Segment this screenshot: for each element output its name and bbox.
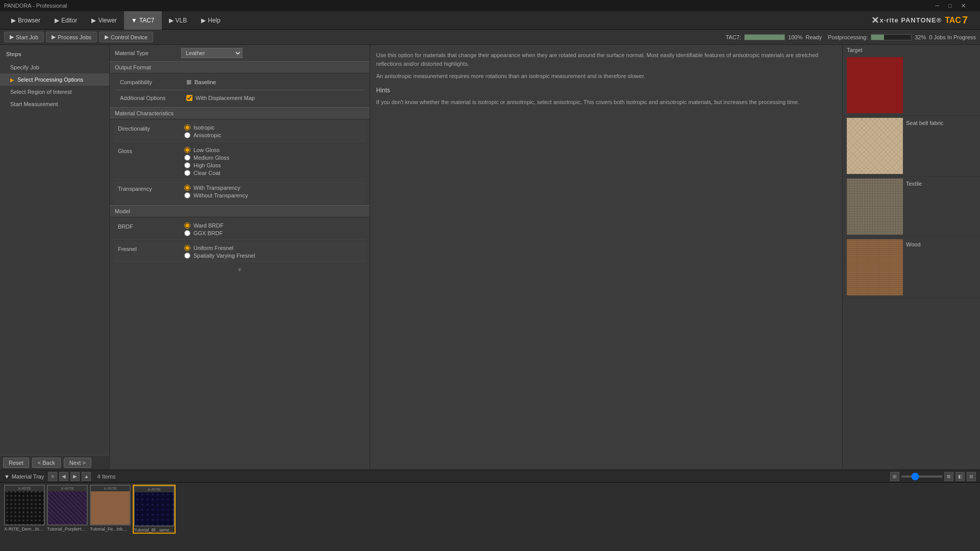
steps-panel: Steps Specify Job ▶ Select Processing Op… xyxy=(0,45,110,469)
preview-wood-name: Wood xyxy=(906,239,921,247)
displacement-map-checkbox[interactable] xyxy=(186,95,192,101)
material-type-label: Material Type xyxy=(115,50,181,56)
step-start-measurement-label: Start Measurement xyxy=(10,101,58,107)
tray-item-3[interactable]: X-RITE Tutorial_Fe...inkGreyKnit xyxy=(90,485,131,532)
tac-percent: 100% xyxy=(788,34,802,40)
step-active-arrow: ▶ xyxy=(10,77,14,83)
control-device-button[interactable]: ▶ Control Device xyxy=(99,32,153,42)
tray-view-btn-1[interactable]: ⊞ xyxy=(890,472,899,481)
preview-seatbelt-fabric[interactable]: Seat belt fabric xyxy=(843,116,980,177)
low-gloss-label: Low Gloss xyxy=(193,147,219,153)
uniform-fresnel-radio[interactable] xyxy=(184,245,190,251)
back-button[interactable]: < Back xyxy=(32,458,61,468)
tray-thumb-4: X-RITE xyxy=(134,486,175,527)
nav-browser[interactable]: ▶ Browser xyxy=(4,11,47,30)
tray-item-4[interactable]: X-RITE Tutorial_Bl...iamondVinyl xyxy=(133,485,176,534)
close-btn[interactable]: ✕ xyxy=(961,3,966,9)
tray-view-btn-4[interactable]: ⊞ xyxy=(967,472,976,481)
directionality-label: Directionality xyxy=(118,124,184,132)
ggx-brdf-radio[interactable] xyxy=(184,230,190,236)
tray-thumb-3: X-RITE xyxy=(90,485,131,525)
material-type-select[interactable]: Leather Fabric Plastic Metal Wood xyxy=(181,48,242,58)
brdf-label: BRDF xyxy=(118,222,184,230)
clear-coat-option: Clear Coat xyxy=(184,170,229,176)
tray-item-2[interactable]: X-RITE Tutorial_PurpleHempKnit xyxy=(47,485,88,532)
nav-tac7-icon: ▼ xyxy=(131,17,137,24)
preview-textile[interactable]: Textile xyxy=(843,177,980,237)
tray-view-btn-2[interactable]: ⊠ xyxy=(944,472,953,481)
preview-wood[interactable]: Wood xyxy=(843,237,980,298)
nav-viewer[interactable]: ▶ Viewer xyxy=(84,11,124,30)
step-start-measurement[interactable]: Start Measurement xyxy=(0,98,109,110)
tray-up-btn[interactable]: ▲ xyxy=(82,472,91,481)
preview-red-fabric[interactable] xyxy=(843,55,980,116)
transparency-label: Transparency xyxy=(118,185,184,192)
preview-wood-thumb xyxy=(847,239,903,295)
high-gloss-radio[interactable] xyxy=(184,162,190,168)
tac-progress-bar xyxy=(744,34,785,40)
preview-beige-thumb xyxy=(847,118,903,174)
low-gloss-radio[interactable] xyxy=(184,147,190,153)
main-toolbar: ▶ Start Job ▶ Process Jobs ▶ Control Dev… xyxy=(0,30,980,45)
hints-hint-text: If you don't know whether the material i… xyxy=(376,98,836,107)
spatially-varying-fresnel-radio[interactable] xyxy=(184,253,190,259)
nav-viewer-label: Viewer xyxy=(98,17,116,24)
nav-vlb[interactable]: ▶ VLB xyxy=(162,11,194,30)
reset-button[interactable]: Reset xyxy=(3,458,29,468)
without-transparency-radio[interactable] xyxy=(184,192,190,198)
step-specify-job[interactable]: Specify Job xyxy=(0,61,109,73)
isotropic-radio[interactable] xyxy=(184,124,190,131)
ward-brdf-radio[interactable] xyxy=(184,222,190,229)
step-select-region-label: Select Region of Interest xyxy=(10,89,71,95)
hints-section-title: Hints xyxy=(376,87,836,94)
step-select-processing[interactable]: ▶ Select Processing Options xyxy=(0,73,109,86)
with-transparency-radio[interactable] xyxy=(184,185,190,191)
nav-viewer-icon: ▶ xyxy=(91,17,96,24)
nav-editor-label: Editor xyxy=(61,17,77,24)
process-jobs-icon: ▶ xyxy=(52,34,56,40)
nav-tac7[interactable]: ▼ TAC7 xyxy=(124,11,162,30)
clear-coat-radio[interactable] xyxy=(184,170,190,176)
tray-badge-4: X-RITE xyxy=(135,487,174,492)
tray-next-btn[interactable]: ▶ xyxy=(70,472,80,481)
preview-textile-thumb xyxy=(847,179,903,235)
material-type-row: Material Type Leather Fabric Plastic Met… xyxy=(110,45,370,60)
nav-tac7-label: TAC7 xyxy=(139,17,155,24)
tray-view-btn-3[interactable]: ◧ xyxy=(955,472,965,481)
anisotropic-option: Anisotropic xyxy=(184,132,221,138)
nav-help[interactable]: ▶ Help xyxy=(194,11,228,30)
anisotropic-label: Anisotropic xyxy=(193,132,221,138)
tray-prev-btn[interactable]: ◀ xyxy=(59,472,68,481)
material-tray: ▼ Material Tray ≡ ◀ ▶ ▲ 4 Items ⊞ ⊠ ◧ ⊞ … xyxy=(0,469,980,551)
medium-gloss-radio[interactable] xyxy=(184,155,190,161)
start-job-button[interactable]: ▶ Start Job xyxy=(4,32,44,42)
tray-item-1[interactable]: X-RITE X-RITE_Dem...bic_SLGold xyxy=(4,485,45,532)
tac-progress-fill xyxy=(745,35,785,40)
isotropic-label: Isotropic xyxy=(193,124,215,131)
anisotropic-radio[interactable] xyxy=(184,132,190,138)
high-gloss-option: High Gloss xyxy=(184,162,229,168)
isotropic-option: Isotropic xyxy=(184,124,221,131)
tray-zoom-slider[interactable] xyxy=(901,475,942,478)
ward-brdf-option: Ward BRDF xyxy=(184,222,224,229)
spatially-varying-fresnel-label: Spatially Varying Fresnel xyxy=(193,253,255,259)
compatibility-value: Baseline xyxy=(194,79,216,85)
gloss-radios: Low Gloss Medium Gloss High Gloss Clear … xyxy=(184,147,229,176)
tray-badge-3: X-RITE xyxy=(91,486,130,491)
process-jobs-button[interactable]: ▶ Process Jobs xyxy=(46,32,97,42)
tray-list-view-btn[interactable]: ≡ xyxy=(48,472,57,481)
maximize-btn[interactable]: □ xyxy=(948,3,952,9)
postprocessing-group: Postprocessing: 32% 0 Jobs In Progress xyxy=(828,34,976,40)
next-button[interactable]: Next > xyxy=(64,458,91,468)
nav-browser-icon: ▶ xyxy=(11,17,16,24)
step-select-region[interactable]: Select Region of Interest xyxy=(0,86,109,98)
nav-help-icon: ▶ xyxy=(201,17,206,24)
nav-editor[interactable]: ▶ Editor xyxy=(47,11,84,30)
tray-collapse-icon[interactable]: ▼ xyxy=(4,473,10,480)
nav-editor-icon: ▶ xyxy=(55,17,59,24)
minimize-btn[interactable]: ─ xyxy=(936,3,940,9)
control-device-icon: ▶ xyxy=(105,34,109,40)
ggx-brdf-option: GGX BRDF xyxy=(184,230,224,236)
directionality-radios: Isotropic Anisotropic xyxy=(184,124,221,138)
ggx-brdf-label: GGX BRDF xyxy=(193,230,223,236)
